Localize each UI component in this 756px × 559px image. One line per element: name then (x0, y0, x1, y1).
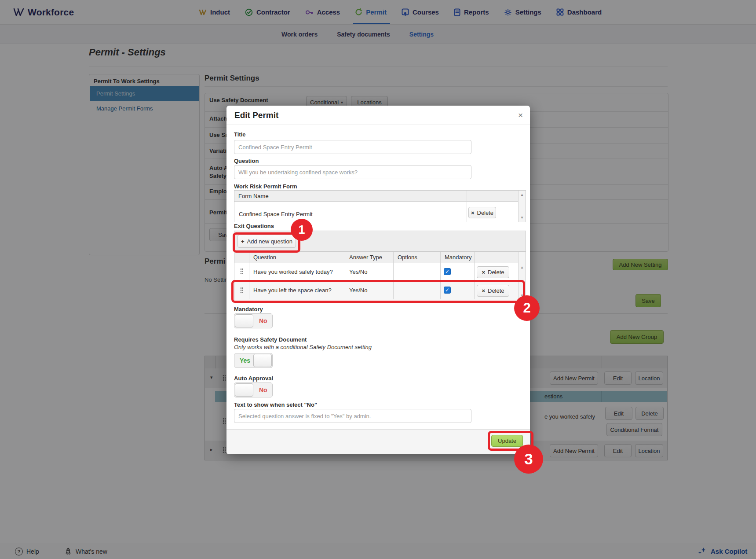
scroll-up-icon[interactable]: ▲ (519, 265, 526, 269)
scroll-down-icon[interactable]: ▼ (519, 216, 526, 220)
requires-safety-document-toggle[interactable]: Yes (234, 353, 273, 368)
screen: Workforce Induct Contractor Access Permi… (0, 0, 756, 559)
x-icon: × (471, 210, 475, 216)
annotation-step-2: 2 (514, 295, 540, 321)
answer-type-cell: Yes/No (349, 268, 367, 275)
no-text-input[interactable] (234, 409, 471, 423)
annotation-step-3: 3 (514, 445, 543, 474)
question-cell: Have you worked safely today? (253, 268, 333, 275)
title-label: Title (234, 131, 246, 138)
exit-table-header-row: Question Answer Type Options Mandatory (234, 252, 526, 263)
delete-form-button[interactable]: × Delete (468, 207, 496, 218)
form-name-cell: Confined Space Entry Permit (239, 211, 313, 217)
annotation-step-1: 1 (291, 219, 313, 241)
auto-approval-label: Auto Approval (234, 375, 273, 382)
mandatory-label: Mandatory (234, 306, 263, 313)
x-icon: × (482, 269, 485, 276)
delete-question-button[interactable]: × Delete (477, 266, 509, 278)
form-table-header: Form Name (234, 191, 526, 202)
drag-handle-icon[interactable] (240, 268, 243, 275)
annotation-box-add-question (233, 232, 300, 253)
work-risk-form-label: Work Risk Permit Form (234, 183, 297, 190)
scroll-up-icon[interactable]: ▲ (519, 193, 526, 197)
auto-approval-toggle[interactable]: No (234, 382, 273, 397)
work-risk-form-table: Form Name Confined Space Entry Permit × … (234, 190, 526, 222)
annotation-box-new-row (231, 280, 525, 303)
no-text-label: Text to show when select "No" (234, 401, 317, 408)
toggle-knob (235, 383, 253, 397)
modal-header: Edit Permit × (226, 106, 530, 125)
exit-question-row: Have you worked safely today? Yes/No ✓ ×… (234, 263, 526, 281)
mandatory-checkbox[interactable]: ✓ (444, 268, 451, 275)
requires-safety-document-note: Only works with a conditional Safety Doc… (234, 344, 372, 350)
close-icon[interactable]: × (518, 110, 523, 120)
toggle-knob (235, 314, 253, 327)
requires-safety-document-label: Requires Safety Document (234, 336, 307, 343)
question-input[interactable] (234, 165, 471, 179)
question-label: Question (234, 158, 259, 164)
exit-questions-label: Exit Questions (234, 223, 274, 229)
title-input[interactable] (234, 140, 471, 154)
toggle-knob (253, 354, 272, 367)
form-table-scrollbar[interactable]: ▲ ▼ (518, 191, 526, 222)
modal-title: Edit Permit (234, 110, 278, 120)
mandatory-toggle[interactable]: No (234, 313, 273, 328)
modal-footer: Update (226, 429, 530, 454)
